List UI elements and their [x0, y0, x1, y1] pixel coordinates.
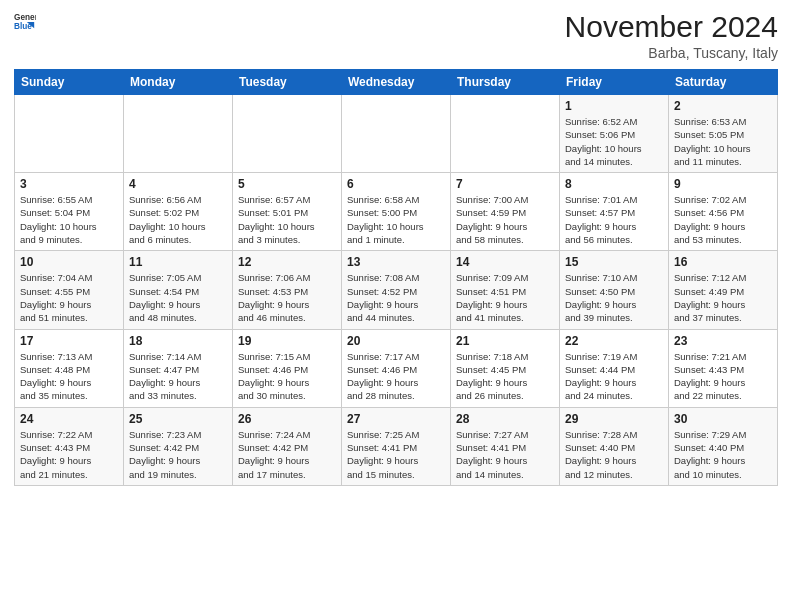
day-number: 12: [238, 255, 336, 269]
day-info: Sunrise: 7:13 AM Sunset: 4:48 PM Dayligh…: [20, 350, 118, 403]
logo-icon: General Blue: [14, 10, 36, 32]
day-cell: 14Sunrise: 7:09 AM Sunset: 4:51 PM Dayli…: [451, 251, 560, 329]
location-title: Barba, Tuscany, Italy: [565, 45, 778, 61]
day-number: 22: [565, 334, 663, 348]
day-cell: 2Sunrise: 6:53 AM Sunset: 5:05 PM Daylig…: [669, 95, 778, 173]
logo: General Blue: [14, 10, 36, 32]
day-cell: 15Sunrise: 7:10 AM Sunset: 4:50 PM Dayli…: [560, 251, 669, 329]
week-row-3: 17Sunrise: 7:13 AM Sunset: 4:48 PM Dayli…: [15, 329, 778, 407]
day-cell: [233, 95, 342, 173]
day-number: 27: [347, 412, 445, 426]
weekday-header-thursday: Thursday: [451, 70, 560, 95]
title-block: November 2024 Barba, Tuscany, Italy: [565, 10, 778, 61]
weekday-header-row: SundayMondayTuesdayWednesdayThursdayFrid…: [15, 70, 778, 95]
day-number: 14: [456, 255, 554, 269]
day-cell: 16Sunrise: 7:12 AM Sunset: 4:49 PM Dayli…: [669, 251, 778, 329]
day-number: 30: [674, 412, 772, 426]
month-title: November 2024: [565, 10, 778, 43]
day-cell: 28Sunrise: 7:27 AM Sunset: 4:41 PM Dayli…: [451, 407, 560, 485]
day-cell: 4Sunrise: 6:56 AM Sunset: 5:02 PM Daylig…: [124, 173, 233, 251]
day-number: 7: [456, 177, 554, 191]
day-cell: 27Sunrise: 7:25 AM Sunset: 4:41 PM Dayli…: [342, 407, 451, 485]
weekday-header-sunday: Sunday: [15, 70, 124, 95]
day-number: 23: [674, 334, 772, 348]
day-number: 18: [129, 334, 227, 348]
day-cell: 21Sunrise: 7:18 AM Sunset: 4:45 PM Dayli…: [451, 329, 560, 407]
day-cell: 13Sunrise: 7:08 AM Sunset: 4:52 PM Dayli…: [342, 251, 451, 329]
weekday-header-friday: Friday: [560, 70, 669, 95]
day-info: Sunrise: 7:06 AM Sunset: 4:53 PM Dayligh…: [238, 271, 336, 324]
day-cell: [451, 95, 560, 173]
calendar-table: SundayMondayTuesdayWednesdayThursdayFrid…: [14, 69, 778, 486]
day-cell: 23Sunrise: 7:21 AM Sunset: 4:43 PM Dayli…: [669, 329, 778, 407]
day-number: 13: [347, 255, 445, 269]
day-info: Sunrise: 7:17 AM Sunset: 4:46 PM Dayligh…: [347, 350, 445, 403]
day-number: 24: [20, 412, 118, 426]
day-info: Sunrise: 7:18 AM Sunset: 4:45 PM Dayligh…: [456, 350, 554, 403]
day-number: 6: [347, 177, 445, 191]
weekday-header-wednesday: Wednesday: [342, 70, 451, 95]
week-row-2: 10Sunrise: 7:04 AM Sunset: 4:55 PM Dayli…: [15, 251, 778, 329]
day-info: Sunrise: 6:57 AM Sunset: 5:01 PM Dayligh…: [238, 193, 336, 246]
day-cell: 12Sunrise: 7:06 AM Sunset: 4:53 PM Dayli…: [233, 251, 342, 329]
day-cell: [124, 95, 233, 173]
day-info: Sunrise: 7:12 AM Sunset: 4:49 PM Dayligh…: [674, 271, 772, 324]
day-cell: 30Sunrise: 7:29 AM Sunset: 4:40 PM Dayli…: [669, 407, 778, 485]
day-info: Sunrise: 6:52 AM Sunset: 5:06 PM Dayligh…: [565, 115, 663, 168]
day-cell: 6Sunrise: 6:58 AM Sunset: 5:00 PM Daylig…: [342, 173, 451, 251]
day-cell: 19Sunrise: 7:15 AM Sunset: 4:46 PM Dayli…: [233, 329, 342, 407]
day-info: Sunrise: 7:00 AM Sunset: 4:59 PM Dayligh…: [456, 193, 554, 246]
day-info: Sunrise: 7:15 AM Sunset: 4:46 PM Dayligh…: [238, 350, 336, 403]
day-cell: 11Sunrise: 7:05 AM Sunset: 4:54 PM Dayli…: [124, 251, 233, 329]
day-number: 20: [347, 334, 445, 348]
day-info: Sunrise: 7:14 AM Sunset: 4:47 PM Dayligh…: [129, 350, 227, 403]
day-info: Sunrise: 7:10 AM Sunset: 4:50 PM Dayligh…: [565, 271, 663, 324]
day-cell: 7Sunrise: 7:00 AM Sunset: 4:59 PM Daylig…: [451, 173, 560, 251]
day-info: Sunrise: 6:58 AM Sunset: 5:00 PM Dayligh…: [347, 193, 445, 246]
week-row-1: 3Sunrise: 6:55 AM Sunset: 5:04 PM Daylig…: [15, 173, 778, 251]
day-info: Sunrise: 7:05 AM Sunset: 4:54 PM Dayligh…: [129, 271, 227, 324]
day-info: Sunrise: 6:55 AM Sunset: 5:04 PM Dayligh…: [20, 193, 118, 246]
day-cell: 9Sunrise: 7:02 AM Sunset: 4:56 PM Daylig…: [669, 173, 778, 251]
day-number: 15: [565, 255, 663, 269]
day-number: 1: [565, 99, 663, 113]
day-number: 10: [20, 255, 118, 269]
day-number: 29: [565, 412, 663, 426]
weekday-header-saturday: Saturday: [669, 70, 778, 95]
day-info: Sunrise: 7:27 AM Sunset: 4:41 PM Dayligh…: [456, 428, 554, 481]
day-info: Sunrise: 7:29 AM Sunset: 4:40 PM Dayligh…: [674, 428, 772, 481]
day-cell: 8Sunrise: 7:01 AM Sunset: 4:57 PM Daylig…: [560, 173, 669, 251]
svg-text:General: General: [14, 13, 36, 22]
day-info: Sunrise: 7:28 AM Sunset: 4:40 PM Dayligh…: [565, 428, 663, 481]
day-info: Sunrise: 7:23 AM Sunset: 4:42 PM Dayligh…: [129, 428, 227, 481]
day-info: Sunrise: 7:22 AM Sunset: 4:43 PM Dayligh…: [20, 428, 118, 481]
day-number: 9: [674, 177, 772, 191]
day-cell: 22Sunrise: 7:19 AM Sunset: 4:44 PM Dayli…: [560, 329, 669, 407]
day-cell: 25Sunrise: 7:23 AM Sunset: 4:42 PM Dayli…: [124, 407, 233, 485]
day-number: 26: [238, 412, 336, 426]
day-cell: 5Sunrise: 6:57 AM Sunset: 5:01 PM Daylig…: [233, 173, 342, 251]
day-cell: 18Sunrise: 7:14 AM Sunset: 4:47 PM Dayli…: [124, 329, 233, 407]
day-number: 21: [456, 334, 554, 348]
day-cell: 29Sunrise: 7:28 AM Sunset: 4:40 PM Dayli…: [560, 407, 669, 485]
day-number: 11: [129, 255, 227, 269]
day-info: Sunrise: 7:01 AM Sunset: 4:57 PM Dayligh…: [565, 193, 663, 246]
day-info: Sunrise: 7:19 AM Sunset: 4:44 PM Dayligh…: [565, 350, 663, 403]
day-cell: 3Sunrise: 6:55 AM Sunset: 5:04 PM Daylig…: [15, 173, 124, 251]
day-info: Sunrise: 7:24 AM Sunset: 4:42 PM Dayligh…: [238, 428, 336, 481]
day-info: Sunrise: 6:56 AM Sunset: 5:02 PM Dayligh…: [129, 193, 227, 246]
page-header: General Blue November 2024 Barba, Tuscan…: [14, 10, 778, 61]
day-cell: 10Sunrise: 7:04 AM Sunset: 4:55 PM Dayli…: [15, 251, 124, 329]
weekday-header-tuesday: Tuesday: [233, 70, 342, 95]
day-cell: 17Sunrise: 7:13 AM Sunset: 4:48 PM Dayli…: [15, 329, 124, 407]
day-number: 25: [129, 412, 227, 426]
day-number: 2: [674, 99, 772, 113]
day-info: Sunrise: 7:02 AM Sunset: 4:56 PM Dayligh…: [674, 193, 772, 246]
week-row-4: 24Sunrise: 7:22 AM Sunset: 4:43 PM Dayli…: [15, 407, 778, 485]
day-number: 28: [456, 412, 554, 426]
day-cell: 24Sunrise: 7:22 AM Sunset: 4:43 PM Dayli…: [15, 407, 124, 485]
day-info: Sunrise: 7:04 AM Sunset: 4:55 PM Dayligh…: [20, 271, 118, 324]
day-info: Sunrise: 7:25 AM Sunset: 4:41 PM Dayligh…: [347, 428, 445, 481]
day-number: 4: [129, 177, 227, 191]
day-number: 3: [20, 177, 118, 191]
